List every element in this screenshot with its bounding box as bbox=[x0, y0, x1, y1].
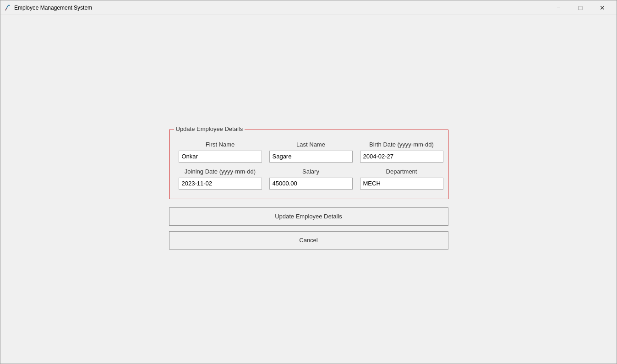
department-input[interactable] bbox=[360, 178, 443, 190]
content-area: Update Employee Details First Name Last … bbox=[0, 15, 617, 364]
main-window: Employee Management System − □ ✕ Update … bbox=[0, 0, 617, 364]
close-button[interactable]: ✕ bbox=[592, 0, 613, 15]
joining-date-field: Joining Date (yyyy-mm-dd) bbox=[179, 168, 262, 190]
maximize-button[interactable]: □ bbox=[570, 0, 591, 15]
salary-input[interactable] bbox=[269, 178, 353, 190]
department-field: Department bbox=[360, 168, 443, 190]
title-bar: Employee Management System − □ ✕ bbox=[0, 0, 617, 15]
birth-date-label: Birth Date (yyyy-mm-dd) bbox=[360, 141, 443, 148]
update-employee-button[interactable]: Update Employee Details bbox=[169, 207, 448, 226]
first-name-field: First Name bbox=[179, 141, 262, 163]
salary-label: Salary bbox=[269, 168, 353, 175]
form-grid: First Name Last Name Birth Date (yyyy-mm… bbox=[179, 141, 439, 190]
last-name-label: Last Name bbox=[269, 141, 353, 148]
birth-date-field: Birth Date (yyyy-mm-dd) bbox=[360, 141, 443, 163]
birth-date-input[interactable] bbox=[360, 151, 443, 163]
last-name-field: Last Name bbox=[269, 141, 353, 163]
department-label: Department bbox=[360, 168, 443, 175]
window-controls: − □ ✕ bbox=[548, 0, 613, 15]
window-title: Employee Management System bbox=[14, 5, 548, 11]
joining-date-input[interactable] bbox=[179, 178, 262, 190]
fieldset-legend: Update Employee Details bbox=[174, 125, 245, 132]
center-panel: Update Employee Details First Name Last … bbox=[169, 130, 448, 250]
salary-field: Salary bbox=[269, 168, 353, 190]
app-icon bbox=[4, 4, 11, 11]
minimize-button[interactable]: − bbox=[548, 0, 569, 15]
joining-date-label: Joining Date (yyyy-mm-dd) bbox=[179, 168, 262, 175]
employee-details-fieldset: Update Employee Details First Name Last … bbox=[169, 130, 448, 199]
first-name-label: First Name bbox=[179, 141, 262, 148]
cancel-button[interactable]: Cancel bbox=[169, 231, 448, 250]
first-name-input[interactable] bbox=[179, 151, 262, 163]
last-name-input[interactable] bbox=[269, 151, 353, 163]
